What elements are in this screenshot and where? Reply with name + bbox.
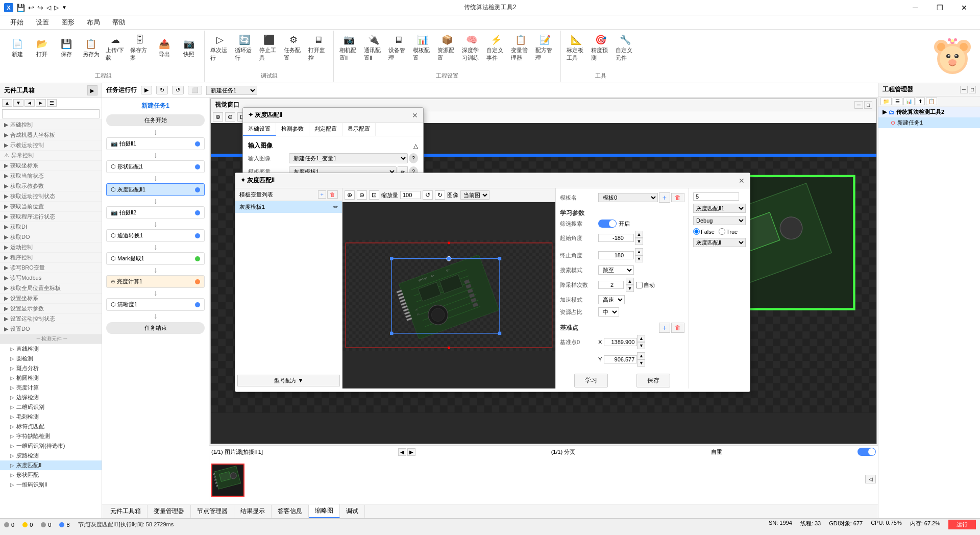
nav-down-btn[interactable]: ▼	[13, 99, 23, 107]
cat-set-display[interactable]: ▶设置显示参数	[0, 304, 102, 314]
menu-layout[interactable]: 布局	[81, 16, 106, 29]
cat-set-coord[interactable]: ▶设置坐标系	[0, 294, 102, 304]
cat-global-pos[interactable]: ▶获取全局位置坐标板	[0, 283, 102, 294]
search-input[interactable]	[2, 109, 100, 118]
calib-tool-btn[interactable]: 📐标定板工具	[565, 33, 587, 63]
cat-get-do[interactable]: ▶获取DO	[0, 232, 102, 242]
item-marker-match[interactable]: ▷标符点匹配	[0, 422, 102, 431]
custom-elem-btn[interactable]: 🔧自定义元件	[614, 33, 636, 63]
cat-teach-motion[interactable]: ▶示教运动控制	[0, 140, 102, 151]
cat-get-coord[interactable]: ▶获取坐标系	[0, 161, 102, 171]
var-mgr-btn[interactable]: 📋变量管理器	[509, 33, 532, 63]
thumbnail-collapse-btn[interactable]: ◁	[865, 475, 876, 483]
item-shape-match[interactable]: ▷形状匹配	[0, 470, 102, 480]
resource-config-btn[interactable]: 📦资源配置	[436, 33, 458, 63]
run-button[interactable]: 运行	[948, 520, 976, 529]
tab-var-mgr[interactable]: 变量管理器	[148, 505, 191, 518]
nav-menu-btn[interactable]: ☰	[47, 99, 57, 107]
item-qrcode[interactable]: ▷二维码识别	[0, 402, 102, 412]
menu-settings[interactable]: 设置	[30, 16, 55, 29]
task-stop-btn[interactable]: ⬜	[188, 86, 202, 94]
pm-btn2[interactable]: ☰	[893, 98, 902, 105]
item-ellipse-detect[interactable]: ▷椭圆检测	[0, 373, 102, 383]
cat-get-pos[interactable]: ▶获取当前位置	[0, 202, 102, 212]
vw-min-btn[interactable]: ─	[854, 101, 863, 109]
cat-rw-bro[interactable]: ▶读写BRO变量	[0, 263, 102, 273]
item-glue-detect[interactable]: ▷胶路检测	[0, 451, 102, 460]
menu-graphics[interactable]: 图形	[55, 16, 81, 29]
nav-up-btn[interactable]: ▲	[2, 99, 12, 107]
task-selector[interactable]: 新建任务1	[206, 86, 257, 95]
tab-thumbnail[interactable]: 缩略图	[309, 504, 340, 518]
export-btn[interactable]: 📤导出	[153, 36, 176, 60]
vw-max-btn[interactable]: □	[864, 101, 872, 109]
item-blob-analysis[interactable]: ▷斑点分析	[0, 363, 102, 373]
task-node-shape1[interactable]: ⬡ 形状匹配1	[106, 160, 205, 173]
cat-basic-control[interactable]: ▶基础控制	[0, 120, 102, 130]
toolbox-collapse-btn[interactable]: ▶	[87, 85, 97, 95]
minimize-btn[interactable]: ─	[903, 0, 927, 15]
pm-btn3[interactable]: 📊	[903, 98, 915, 105]
task-refresh-btn[interactable]: ↻	[156, 86, 168, 94]
menu-help[interactable]: 帮助	[106, 16, 132, 29]
cat-set-do[interactable]: ▶设置DO	[0, 324, 102, 334]
item-barcode1[interactable]: ▷一维码识别(待选市)	[0, 441, 102, 451]
loop-run-btn[interactable]: 🔄循环运行	[233, 33, 256, 63]
camera-config-btn[interactable]: 📷相机配置Ⅱ	[338, 33, 360, 63]
vw-zoom-out-btn[interactable]: ⊖	[225, 112, 235, 121]
project-root[interactable]: ▶ 🗂 传统算法检测工具2	[878, 107, 980, 117]
item-edge-detect[interactable]: ▷边缘检测	[0, 393, 102, 402]
recipe-mgr-btn[interactable]: 📝配方管理	[534, 33, 556, 63]
accuracy-btn[interactable]: 🎯精度预测	[590, 33, 612, 63]
quick-nav2-btn[interactable]: ▷	[53, 3, 60, 12]
restore-btn[interactable]: ❐	[928, 0, 951, 15]
open-monitor-btn[interactable]: 🖥打开监控	[307, 33, 329, 63]
item-line-detect[interactable]: ▷直线检测	[0, 344, 102, 354]
save-btn[interactable]: 💾保存	[55, 36, 78, 60]
task-node-bright1[interactable]: ⊙ 亮度计算1	[106, 275, 205, 288]
comm-config-btn[interactable]: 🔌通讯配置Ⅱ	[362, 33, 385, 63]
item-gray-match2[interactable]: ▷灰度匹配Ⅱ	[0, 460, 102, 470]
task-node-capture2[interactable]: 📷 拍摄Ⅱ2	[106, 206, 205, 219]
item-char-detect[interactable]: ▷字符缺陷检测	[0, 431, 102, 441]
device-mgr-btn[interactable]: 🖥设备管理	[387, 33, 409, 63]
project-task-item[interactable]: ⊙ 新建任务1	[878, 117, 980, 128]
saveas-btn[interactable]: 📋另存为	[80, 36, 102, 60]
custom-event-btn[interactable]: ⚡自定义事件	[485, 33, 507, 63]
quick-dropdown-btn[interactable]: ▼	[61, 4, 68, 11]
quick-redo-btn[interactable]: ↪	[36, 3, 44, 13]
quick-undo-btn[interactable]: ↩	[27, 3, 35, 13]
tab-customer-info[interactable]: 答客信息	[272, 505, 309, 518]
vw-null-select[interactable]: Null	[329, 112, 359, 121]
tab-debug[interactable]: 调试	[340, 505, 365, 518]
pm-btn1[interactable]: 📁	[880, 98, 892, 105]
thumbnail-toggle[interactable]	[857, 448, 876, 456]
cat-get-prog-status[interactable]: ▶获取程序运行状态	[0, 212, 102, 222]
cat-rw-modbus[interactable]: ▶读写Modbus	[0, 273, 102, 283]
item-brightness[interactable]: ▷亮度计算	[0, 383, 102, 393]
open-btn[interactable]: 📂打开	[31, 36, 53, 60]
deep-learning-btn[interactable]: 🧠深度学习训练	[460, 33, 483, 63]
task-node-clarity1[interactable]: ⬡ 清晰度1	[106, 298, 205, 311]
vw-zoom-input[interactable]: 100	[268, 113, 289, 121]
cat-get-di[interactable]: ▶获取DI	[0, 222, 102, 232]
thumb-next-btn[interactable]: ▶	[407, 448, 415, 456]
pm-max-btn[interactable]: □	[969, 86, 976, 93]
save-scheme-btn[interactable]: 🗄保存方案	[129, 33, 151, 63]
cat-motion-ctrl[interactable]: ▶运动控制	[0, 242, 102, 253]
cat-robot-coord[interactable]: ▶合成机器人坐标板	[0, 130, 102, 140]
item-circle-detect[interactable]: ▷圆检测	[0, 354, 102, 363]
stop-btn[interactable]: ⬛停止工具	[258, 33, 280, 63]
item-barcode2[interactable]: ▷一维码识别Ⅱ	[0, 480, 102, 490]
thumb-prev-btn[interactable]: ◀	[398, 448, 406, 456]
cat-get-params[interactable]: ▶获取示教参数	[0, 181, 102, 191]
task-config-btn[interactable]: ⚙任务配置	[282, 33, 305, 63]
cat-exception[interactable]: ⚠异常控制	[0, 151, 102, 161]
cat-set-motion[interactable]: ▶设置运动控制状态	[0, 314, 102, 324]
quick-save-btn[interactable]: 💾	[15, 3, 26, 13]
vw-zoom-in-btn[interactable]: ⊕	[213, 112, 223, 121]
cat-get-motion-status[interactable]: ▶获取运动控制状态	[0, 191, 102, 202]
cat-get-status[interactable]: ▶获取当前状态	[0, 171, 102, 181]
task-run-btn[interactable]: ▶	[141, 86, 152, 94]
task-node-channel[interactable]: ⬡ 通道转换1	[106, 229, 205, 242]
